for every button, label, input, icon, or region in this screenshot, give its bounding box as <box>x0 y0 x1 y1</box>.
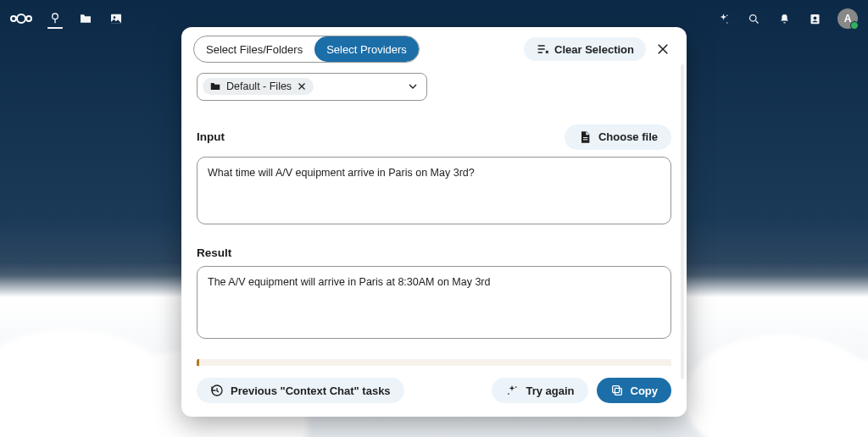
app-logo[interactable] <box>10 14 32 24</box>
contacts-icon[interactable] <box>807 11 822 26</box>
close-modal-button[interactable] <box>651 37 675 61</box>
scope-tabs: Select Files/Folders Select Providers <box>193 36 420 63</box>
svg-point-12 <box>515 386 517 388</box>
avatar-initial: A <box>844 13 852 25</box>
photos-nav-icon[interactable] <box>108 11 124 26</box>
tab-select-providers[interactable]: Select Providers <box>314 36 419 62</box>
clear-selection-label: Clear Selection <box>554 43 634 56</box>
input-header-row: Input Choose file <box>197 124 671 150</box>
ai-disclaimer: This output was generated by AI. Make su… <box>197 359 671 366</box>
svg-point-3 <box>726 14 728 16</box>
sparkles-icon <box>505 384 519 397</box>
close-icon <box>655 41 670 57</box>
copy-button[interactable]: Copy <box>597 378 672 403</box>
previous-tasks-label: Previous "Context Chat" tasks <box>231 384 391 397</box>
input-textarea[interactable] <box>197 157 671 224</box>
svg-point-2 <box>114 16 116 19</box>
svg-rect-8 <box>583 137 587 138</box>
history-icon <box>210 384 224 397</box>
provider-chip: Default - Files <box>203 78 314 95</box>
choose-file-label: Choose file <box>598 130 658 143</box>
files-nav-icon[interactable] <box>78 11 93 26</box>
svg-point-4 <box>726 22 728 24</box>
chevron-down-icon[interactable] <box>406 80 420 93</box>
folder-icon <box>209 80 221 92</box>
file-icon <box>578 130 592 144</box>
input-label: Input <box>197 130 225 143</box>
search-icon[interactable] <box>746 11 761 26</box>
provider-chip-label: Default - Files <box>226 80 292 92</box>
remove-chip-icon[interactable] <box>297 81 307 91</box>
svg-rect-15 <box>612 386 619 393</box>
svg-point-0 <box>53 14 58 19</box>
tab-select-files[interactable]: Select Files/Folders <box>194 36 314 62</box>
try-again-button[interactable]: Try again <box>492 378 587 403</box>
sparkle-icon[interactable] <box>715 11 731 26</box>
copy-icon <box>610 384 624 397</box>
user-avatar[interactable]: A <box>837 8 858 29</box>
modal-header: Select Files/Folders Select Providers Cl… <box>181 27 687 68</box>
result-textarea[interactable] <box>197 266 671 339</box>
svg-point-5 <box>749 14 756 21</box>
result-label: Result <box>197 246 671 259</box>
assistant-nav-icon[interactable] <box>47 14 63 29</box>
clear-selection-button[interactable]: Clear Selection <box>524 37 646 61</box>
assistant-modal: Select Files/Folders Select Providers Cl… <box>181 27 687 417</box>
svg-rect-14 <box>615 388 621 395</box>
try-again-label: Try again <box>526 384 574 397</box>
previous-tasks-button[interactable]: Previous "Context Chat" tasks <box>197 378 404 403</box>
copy-label: Copy <box>631 384 659 397</box>
svg-rect-9 <box>583 139 587 140</box>
modal-footer: Previous "Context Chat" tasks Try again … <box>181 366 687 403</box>
provider-select[interactable]: Default - Files <box>197 73 427 101</box>
svg-point-7 <box>813 16 816 19</box>
choose-file-button[interactable]: Choose file <box>565 124 671 150</box>
clear-icon <box>536 42 549 56</box>
svg-point-13 <box>509 393 510 395</box>
notifications-icon[interactable] <box>776 11 792 26</box>
